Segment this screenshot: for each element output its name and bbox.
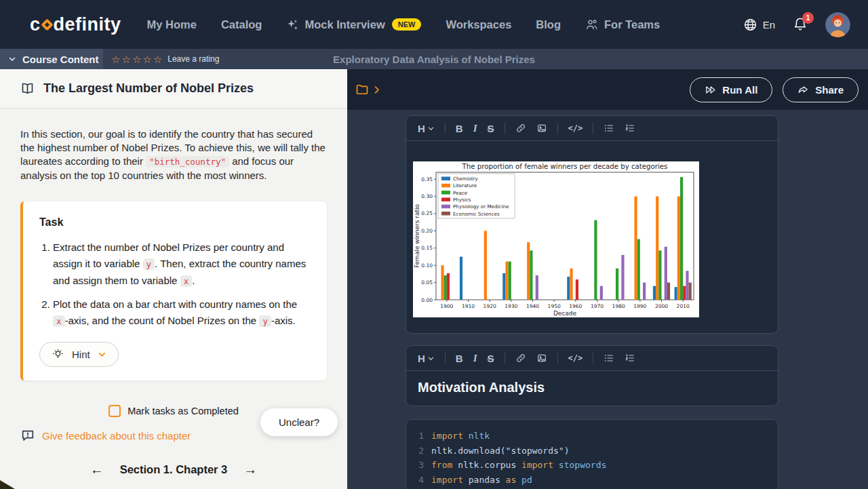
rating-star-1[interactable]: ☆ [111, 54, 120, 64]
code-block: 1import nltk2nltk.download("stopwords")3… [406, 429, 778, 489]
notifications-button[interactable]: 1 [793, 17, 808, 32]
svg-text:0.35: 0.35 [421, 176, 433, 182]
chart-cell-body: The proportion of female winners per dec… [406, 141, 778, 333]
rating-star-5[interactable]: ☆ [153, 54, 162, 64]
code-icon[interactable]: </> [568, 353, 583, 363]
markdown-cell-chart: H B I S </> [406, 115, 778, 334]
svg-text:0.15: 0.15 [421, 245, 433, 251]
heading-icon[interactable]: H [418, 123, 435, 134]
lightbulb-icon [52, 348, 64, 361]
svg-text:Literature: Literature [453, 182, 477, 189]
strikethrough-icon[interactable]: S [488, 353, 494, 364]
logo-text-post: definity [54, 14, 121, 35]
svg-text:2000: 2000 [655, 303, 668, 309]
toolbar-divider [505, 123, 505, 134]
nav-items: My Home Catalog Mock Interview NEW Works… [147, 18, 660, 31]
course-content-toggle[interactable]: Course Content [0, 49, 103, 69]
svg-text:Physics: Physics [453, 197, 471, 203]
chapter-nav: ← Section 1. Chapter 3 → [20, 462, 327, 477]
subheader: Course Content ☆ ☆ ☆ ☆ ☆ Leave a rating … [0, 49, 868, 69]
image-icon[interactable] [536, 353, 547, 364]
link-icon[interactable] [515, 123, 526, 134]
folder-icon [355, 83, 369, 96]
markdown-heading-row[interactable]: Motivation Analysis [406, 371, 778, 406]
codefinity-logo[interactable]: cdefinity [30, 14, 121, 35]
main-split: The Largest Number of Nobel Prizes In th… [0, 69, 868, 489]
link-icon[interactable] [515, 353, 526, 364]
nav-item-my-home[interactable]: My Home [147, 18, 197, 31]
mark-completed-label[interactable]: Mark tasks as Completed [127, 406, 239, 416]
bulleted-list-icon[interactable] [604, 123, 614, 134]
code-icon[interactable]: </> [568, 123, 583, 133]
inline-code: "birth_country" [146, 156, 229, 168]
run-all-icon [705, 84, 716, 96]
feedback-bubble-icon [20, 428, 35, 443]
toolbar-divider [557, 353, 558, 364]
code-cell[interactable]: 1import nltk2nltk.download("stopwords")3… [406, 419, 778, 489]
hint-button[interactable]: Hint [39, 342, 119, 367]
chart-svg: The proportion of female winners per dec… [413, 161, 699, 317]
corner-plant-decoration [0, 480, 15, 489]
svg-text:Female winners ratio: Female winners ratio [414, 203, 420, 268]
chevron-down-icon [427, 125, 435, 132]
rating-star-4[interactable]: ☆ [142, 54, 151, 64]
numbered-list-icon[interactable] [625, 353, 635, 364]
code-line: 1import nltk [406, 429, 778, 444]
nav-item-for-teams[interactable]: For Teams [585, 18, 660, 31]
code-line: 2nltk.download("stopwords") [406, 444, 778, 458]
svg-text:Chemistry: Chemistry [453, 176, 479, 182]
bulleted-list-icon[interactable] [604, 353, 614, 364]
heading-icon[interactable]: H [418, 353, 435, 364]
task-card: Task Extract the number of Nobel Prizes … [20, 201, 327, 380]
svg-text:0.00: 0.00 [421, 297, 433, 303]
nav-item-mock-interview[interactable]: Mock Interview NEW [286, 18, 421, 31]
toolbar-divider [557, 123, 558, 134]
lesson-title: The Largest Number of Nobel Prizes [43, 81, 254, 96]
bold-icon[interactable]: B [456, 353, 463, 364]
workspace-breadcrumb[interactable] [355, 83, 382, 96]
nav-item-blog[interactable]: Blog [536, 18, 561, 31]
svg-text:1910: 1910 [462, 303, 475, 309]
run-all-button[interactable]: Run All [690, 77, 772, 102]
new-badge: NEW [392, 18, 422, 31]
leave-rating-label: Leave a rating [167, 54, 219, 64]
image-icon[interactable] [536, 123, 547, 134]
strikethrough-icon[interactable]: S [488, 123, 494, 134]
rating-star-3[interactable]: ☆ [132, 54, 141, 64]
svg-text:1930: 1930 [505, 303, 517, 309]
svg-text:0.10: 0.10 [421, 262, 433, 269]
logo-diamond-icon [41, 18, 53, 31]
rating-star-2[interactable]: ☆ [121, 54, 130, 64]
chart-image: The proportion of female winners per dec… [413, 161, 699, 317]
workspace-buttons: Run All Share [690, 77, 859, 102]
svg-text:0.25: 0.25 [421, 210, 433, 216]
svg-text:1900: 1900 [440, 303, 453, 309]
avatar[interactable] [825, 12, 850, 37]
lesson-header: The Largest Number of Nobel Prizes [0, 69, 347, 109]
share-button[interactable]: Share [783, 77, 859, 102]
svg-text:1950: 1950 [548, 303, 561, 309]
toolbar-divider [593, 353, 593, 364]
notification-badge: 1 [802, 12, 814, 24]
nav-item-catalog[interactable]: Catalog [221, 18, 262, 31]
prev-chapter-arrow[interactable]: ← [90, 462, 104, 477]
italic-icon[interactable]: I [473, 353, 477, 364]
language-selector[interactable]: En [743, 18, 775, 32]
svg-text:0.05: 0.05 [421, 279, 433, 286]
logo-text-pre: c [30, 14, 41, 35]
bold-icon[interactable]: B [456, 123, 463, 134]
mark-completed-checkbox[interactable] [108, 405, 121, 417]
next-chapter-arrow[interactable]: → [243, 462, 257, 477]
svg-text:2010: 2010 [677, 303, 690, 309]
numbered-list-icon[interactable] [625, 123, 635, 134]
chevron-down-icon [8, 55, 16, 63]
inline-code: y [143, 258, 155, 270]
svg-text:1990: 1990 [633, 303, 646, 309]
nav-item-workspaces[interactable]: Workspaces [446, 18, 511, 31]
italic-icon[interactable]: I [473, 123, 477, 134]
svg-text:0.30: 0.30 [421, 193, 433, 199]
svg-text:1970: 1970 [591, 303, 604, 309]
toolbar-divider [445, 353, 446, 364]
inline-code: x [180, 275, 193, 287]
unclear-button[interactable]: Unclear? [260, 408, 338, 436]
